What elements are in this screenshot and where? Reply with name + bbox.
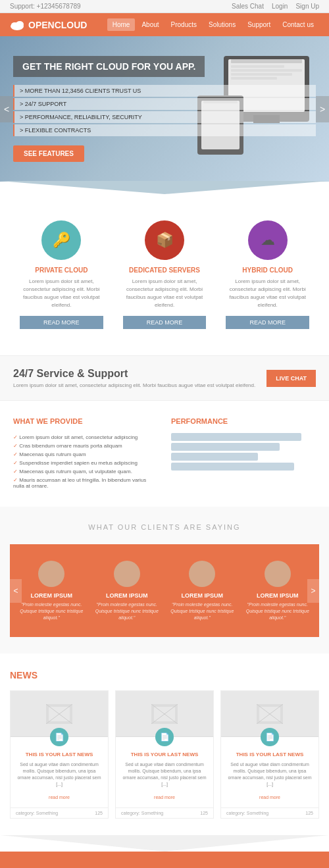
- info-section: WHAT WE PROVIDE Lorem ipsum dolor sit am…: [0, 401, 329, 507]
- service-dedicated-servers: 📦 DEDICATED SERVERS Lorem ipsum dolor si…: [116, 214, 213, 336]
- hybrid-cloud-title: HYBRID CLOUD: [226, 267, 309, 274]
- what-we-provide-list: Lorem ipsum dolor sit amet, consectetur …: [13, 433, 158, 490]
- news-card-1-category: category: Something: [16, 811, 58, 815]
- top-bar-right: Sales Chat Login Sign Up: [232, 3, 319, 10]
- testimonials-carousel: < LOREM IPSUM "Proin molestie egestas nu…: [10, 544, 319, 637]
- testimonial-4: LOREM IPSUM "Proin molestie egestas nunc…: [243, 561, 313, 621]
- provide-item-4: Suspendisse imperdiet sapien eu metus ad…: [13, 459, 158, 467]
- news-card-1-text: Sed ut augue vitae diam condimentum moll…: [16, 761, 103, 787]
- svg-point-2: [16, 21, 24, 28]
- dedicated-servers-title: DEDICATED SERVERS: [123, 267, 207, 274]
- private-cloud-icon: 🔑: [41, 220, 81, 260]
- hero-feature-2: 24/7 SUPPORT: [13, 98, 316, 110]
- news-card-3-meta: category: Something 125: [221, 807, 318, 818]
- news-card-3-content: THIS IS YOUR LAST NEWS Sed ut augue vita…: [221, 752, 318, 807]
- phone-text: Support: +12345678789: [10, 3, 81, 10]
- nav-item-about[interactable]: About: [136, 18, 164, 31]
- news-card-3-text: Sed ut augue vitae diam condimentum moll…: [226, 761, 313, 787]
- hero-title: GET THE RIGHT CLOUD FOR YOU APP.: [13, 56, 205, 77]
- testimonial-name-2: LOREM IPSUM: [92, 592, 163, 599]
- private-cloud-readmore-button[interactable]: READ MORE: [20, 316, 103, 329]
- dedicated-servers-readmore-button[interactable]: READ MORE: [123, 316, 207, 329]
- nav-item-support[interactable]: Support: [242, 18, 276, 31]
- news-card-3-title: THIS IS YOUR LAST NEWS: [226, 752, 313, 757]
- provide-item-3: Maecenas quis rutrum quam: [13, 450, 158, 459]
- signup-link[interactable]: Sign Up: [295, 3, 319, 10]
- hybrid-cloud-text: Lorem ipsum dolor sit amet, consectetur …: [226, 278, 309, 309]
- news-card-2-meta: category: Something 125: [116, 807, 213, 818]
- provide-item-2: Cras bibendum ornare mauris porta aliqua…: [13, 442, 158, 450]
- news-card-1-count: 125: [95, 811, 103, 815]
- testimonial-1: LOREM IPSUM "Proin molestie egestas nunc…: [16, 561, 87, 621]
- testimonial-text-1: "Proin molestie egestas nunc. Quisque tr…: [16, 601, 87, 621]
- hero-next-button[interactable]: >: [316, 96, 329, 122]
- support-text: Lorem ipsum dolor sit amet, consectetur …: [13, 382, 255, 388]
- news-card-2-category: category: Something: [121, 811, 163, 815]
- testimonials-grid: LOREM IPSUM "Proin molestie egestas nunc…: [16, 561, 313, 621]
- testimonials-section: WHAT OUR CLIENTS ARE SAYING < LOREM IPSU…: [0, 507, 329, 653]
- testimonial-text-2: "Proin molestie egestas nunc. Quisque tr…: [92, 601, 163, 621]
- news-card-2-text: Sed ut augue vitae diam condimentum moll…: [121, 761, 208, 787]
- sales-chat-link[interactable]: Sales Chat: [232, 3, 264, 10]
- hero-feature-1: MORE THAN 12,3456 CLIENTS TRUST US: [13, 85, 316, 97]
- testimonials-next-button[interactable]: >: [307, 579, 319, 603]
- news-card-1: 📄 THIS IS YOUR LAST NEWS Sed ut augue vi…: [10, 690, 109, 818]
- hero-triangle-divider: [0, 181, 329, 194]
- hero-feature-3: PERFORMANCE, RELIABILITY, SECURITY: [13, 111, 316, 123]
- news-card-2-count: 125: [200, 811, 208, 815]
- footer: ABOUT OPEN CLOUD Vivamus non elementum e…: [0, 852, 329, 868]
- news-card-1-content: THIS IS YOUR LAST NEWS Sed ut augue vita…: [11, 752, 108, 807]
- news-card-3-count: 125: [305, 811, 313, 815]
- testimonial-2: LOREM IPSUM "Proin molestie egestas nunc…: [92, 561, 163, 621]
- provide-item-5: Maecenas quis rutrum quam, ut vulputate …: [13, 467, 158, 476]
- private-cloud-text: Lorem ipsum dolor sit amet, consectetur …: [20, 278, 103, 309]
- testimonial-avatar-3: [189, 561, 215, 587]
- hybrid-cloud-readmore-button[interactable]: READ MORE: [226, 316, 309, 329]
- dedicated-servers-text: Lorem ipsum dolor sit amet, consectetur …: [123, 278, 207, 309]
- news-card-1-title: THIS IS YOUR LAST NEWS: [16, 752, 103, 757]
- private-cloud-title: PRIVATE CLOUD: [20, 267, 103, 274]
- hero-features: MORE THAN 12,3456 CLIENTS TRUST US 24/7 …: [13, 85, 316, 136]
- testimonial-text-3: "Proin molestie egestas nunc. Quisque tr…: [167, 601, 238, 621]
- logo-text: OPENCLOUD: [28, 20, 87, 30]
- news-thumbnail-3-icon: [257, 704, 283, 724]
- hero-feature-4: FLEXIBLE CONTRACTS: [13, 124, 316, 136]
- testimonial-avatar-1: [38, 561, 64, 587]
- performance-title: PERFORMANCE: [171, 417, 316, 425]
- news-title: NEWS: [10, 670, 319, 680]
- news-card-2-title: THIS IS YOUR LAST NEWS: [121, 752, 208, 757]
- testimonial-name-1: LOREM IPSUM: [16, 592, 87, 599]
- testimonial-avatar-4: [265, 561, 291, 587]
- news-card-3: 📄 THIS IS YOUR LAST NEWS Sed ut augue vi…: [220, 690, 319, 818]
- news-card-2-readmore[interactable]: read more: [154, 795, 175, 800]
- news-card-3-readmore[interactable]: read more: [259, 795, 280, 800]
- see-features-button[interactable]: SEE FEATURES: [13, 145, 84, 162]
- news-card-2: 📄 THIS IS YOUR LAST NEWS Sed ut augue vi…: [115, 690, 214, 818]
- what-we-provide: WHAT WE PROVIDE Lorem ipsum dolor sit am…: [13, 417, 158, 490]
- testimonials-prev-button[interactable]: <: [10, 579, 22, 603]
- nav-item-solutions[interactable]: Solutions: [203, 18, 241, 31]
- news-grid: 📄 THIS IS YOUR LAST NEWS Sed ut augue vi…: [10, 690, 319, 818]
- testimonial-avatar-2: [114, 561, 140, 587]
- perf-bar-2: [171, 443, 280, 451]
- nav-item-products[interactable]: Products: [166, 18, 202, 31]
- nav-item-home[interactable]: Home: [107, 18, 136, 31]
- perf-bar-1: [171, 433, 301, 441]
- provide-item-6: Mauris accumsan at leo ut fringilla. In …: [13, 476, 158, 490]
- top-bar: Support: +12345678789 Sales Chat Login S…: [0, 0, 329, 13]
- logo: OPENCLOUD: [10, 20, 87, 30]
- hero-prev-button[interactable]: <: [0, 96, 13, 122]
- perf-bar-4: [171, 463, 294, 471]
- dedicated-servers-icon: 📦: [145, 220, 184, 260]
- main-nav: OPENCLOUD Home About Products Solutions …: [0, 13, 329, 36]
- performance-section: PERFORMANCE: [171, 417, 316, 490]
- live-chat-button[interactable]: LIVE CHAT: [266, 370, 316, 387]
- nav-menu: Home About Products Solutions Support Co…: [107, 18, 319, 31]
- news-card-1-icon: 📄: [50, 728, 68, 746]
- nav-item-contact[interactable]: Contact us: [277, 18, 319, 31]
- testimonial-text-4: "Proin molestie egestas nunc. Quisque tr…: [243, 601, 313, 621]
- footer-triangle-divider: [0, 835, 329, 852]
- news-card-1-readmore[interactable]: read more: [49, 795, 70, 800]
- perf-bar-3: [171, 453, 258, 461]
- login-link[interactable]: Login: [272, 3, 288, 10]
